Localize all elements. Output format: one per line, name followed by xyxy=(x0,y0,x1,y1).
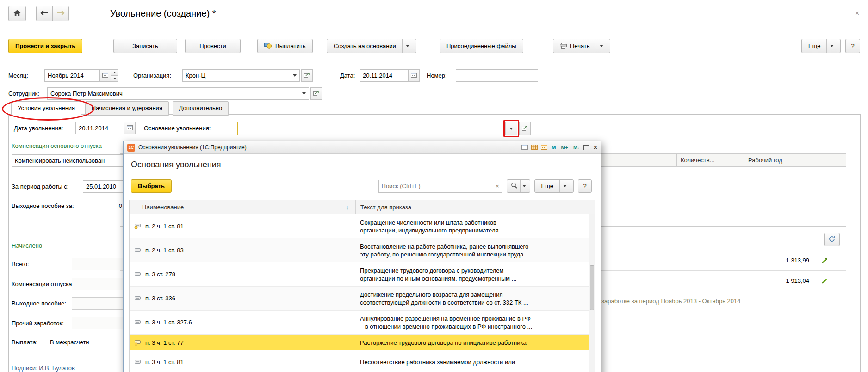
combo-arrow-icon[interactable] xyxy=(302,92,306,95)
select-button[interactable]: Выбрать xyxy=(131,179,172,193)
post-button[interactable]: Провести xyxy=(185,39,241,53)
list-row[interactable]: п. 3 ч. 1 ст. 81 Несоответствие работник… xyxy=(130,350,589,372)
print-button[interactable]: Печать xyxy=(553,39,610,53)
window-icon[interactable] xyxy=(521,144,528,151)
list-row[interactable]: п. 3 ст. 278 Прекращение трудового догов… xyxy=(130,262,589,287)
tab-accruals[interactable]: Начисления и удержания xyxy=(85,101,169,116)
attached-files-button[interactable]: Присоединенные файлы xyxy=(440,39,523,53)
modal-more-button[interactable]: Еще xyxy=(534,179,574,193)
signatures-link[interactable]: Подписи: И.В. Булатов xyxy=(12,365,75,372)
memory-mplus-button[interactable]: М+ xyxy=(560,145,569,150)
organization-input[interactable] xyxy=(182,69,300,82)
date-calendar-button[interactable] xyxy=(408,69,420,82)
forward-button[interactable] xyxy=(52,6,69,21)
severance-label: Выходное пособие за: xyxy=(12,202,74,209)
row-name: п. 3 ч. 1 ст. 81 xyxy=(145,359,355,366)
help-button[interactable]: ? xyxy=(845,39,860,53)
create-on-basis-button[interactable]: Создать на основании xyxy=(327,39,416,53)
employee-open-button[interactable] xyxy=(310,87,322,100)
total-label: Всего: xyxy=(12,261,29,268)
list-row[interactable]: п. 3 ч. 1 ст. 327.6 Аннулирование разреш… xyxy=(130,311,589,335)
vacation-comp-input[interactable] xyxy=(72,278,124,290)
payout-input[interactable] xyxy=(47,336,125,348)
employee-input[interactable] xyxy=(47,87,309,100)
search-group: × xyxy=(378,180,502,193)
refresh-button[interactable] xyxy=(824,233,840,246)
modal-title: Основания увольнения (1С:Предприятие) xyxy=(138,144,247,151)
grid-col-work-year[interactable]: Рабочий год xyxy=(744,154,846,166)
table-body: п. 2 ч. 1 ст. 81 Сокращение численности … xyxy=(130,214,589,372)
edit-pencil-icon[interactable] xyxy=(809,278,840,284)
total-input[interactable] xyxy=(72,258,124,270)
home-button[interactable] xyxy=(8,6,26,21)
dismissal-date-calendar-button[interactable] xyxy=(124,122,136,134)
list-row[interactable]: п. 2 ч. 1 ст. 81 Сокращение численности … xyxy=(130,214,589,238)
date-input[interactable] xyxy=(360,69,409,82)
row-text: Восстановление на работе работника, ране… xyxy=(355,243,589,258)
month-calendar-button[interactable] xyxy=(99,69,111,82)
organization-open-button[interactable] xyxy=(301,69,313,82)
open-icon xyxy=(522,125,528,132)
list-row-selected[interactable]: п. 3 ч. 1 ст. 77 Расторжение трудового д… xyxy=(130,335,589,350)
stepper-up-button[interactable] xyxy=(111,69,118,76)
sort-desc-icon: ↓ xyxy=(346,204,349,211)
stepper-down-button[interactable] xyxy=(111,75,118,82)
tab-additional[interactable]: Дополнительно xyxy=(173,101,229,116)
home-icon xyxy=(13,10,21,18)
modal-titlebar[interactable]: 1С Основания увольнения (1С:Предприятие)… xyxy=(124,141,601,154)
vacation-comp-label: Компенсации отпуска: xyxy=(12,281,74,287)
modal-close-icon[interactable]: × xyxy=(593,144,597,151)
number-input[interactable] xyxy=(456,69,538,82)
back-button[interactable] xyxy=(36,6,53,21)
memory-mminus-button[interactable]: М- xyxy=(572,145,580,150)
write-button[interactable]: Записать xyxy=(113,39,177,53)
vacation-compensation-input[interactable] xyxy=(12,154,127,167)
severance-pay-label: Выходное пособие: xyxy=(12,300,66,307)
dismissal-date-input[interactable] xyxy=(75,122,124,134)
memory-m-button[interactable]: М xyxy=(551,145,557,150)
window-close-icon[interactable]: × xyxy=(855,9,859,18)
search-input[interactable] xyxy=(378,180,493,193)
more-button[interactable]: Еще xyxy=(801,39,841,53)
modal-help-button[interactable]: ? xyxy=(578,179,592,193)
calendar-icon xyxy=(127,125,133,132)
column-header-name[interactable]: Наименование ↓ xyxy=(130,200,355,214)
maximize-icon[interactable] xyxy=(583,145,589,150)
reason-open-button[interactable] xyxy=(519,122,531,135)
combo-arrow-icon[interactable] xyxy=(293,74,297,77)
chevron-down-icon xyxy=(830,45,834,47)
magnifier-icon xyxy=(511,182,517,190)
reason-dropdown-button[interactable] xyxy=(505,122,517,135)
combo-arrow-icon xyxy=(509,128,513,130)
reason-input[interactable] xyxy=(238,122,505,135)
chevron-down-icon xyxy=(563,185,567,187)
severance-pay-input[interactable] xyxy=(72,297,124,310)
tab-conditions[interactable]: Условия увольнения xyxy=(11,101,81,116)
vacation-compensation-link[interactable]: Компенсация основного отпуска xyxy=(12,142,102,149)
search-button[interactable] xyxy=(507,179,530,193)
list-row[interactable]: п. 2 ч. 1 ст. 83 Восстановление на работ… xyxy=(130,238,589,262)
post-and-close-button[interactable]: Провести и закрыть xyxy=(8,39,82,53)
dismissal-date-group xyxy=(75,122,136,134)
pay-button[interactable]: Выплатить xyxy=(257,39,313,53)
calendar-grid-icon[interactable] xyxy=(541,144,547,151)
column-header-text[interactable]: Текст для приказа xyxy=(355,200,595,214)
table-icon[interactable] xyxy=(531,144,538,151)
edit-pencil-icon[interactable] xyxy=(809,257,840,264)
grid-col-quantity[interactable]: Количеств... xyxy=(676,154,744,166)
accrued-heading: Начислено xyxy=(12,242,42,249)
back-arrow-icon xyxy=(40,10,49,17)
month-stepper xyxy=(111,69,118,82)
search-clear-button[interactable]: × xyxy=(493,180,502,193)
month-input[interactable] xyxy=(44,69,100,82)
scrollbar[interactable] xyxy=(589,214,595,372)
scrollbar-thumb[interactable] xyxy=(590,265,594,310)
list-row[interactable]: п. 3 ст. 336 Достижение предельного возр… xyxy=(130,287,589,311)
other-earnings-input[interactable] xyxy=(72,317,124,329)
employee-combo[interactable] xyxy=(47,87,309,100)
page-title: Увольнение (создание) * xyxy=(110,8,216,19)
reason-combo[interactable] xyxy=(237,122,517,135)
organization-combo[interactable] xyxy=(182,69,300,82)
calendar-icon xyxy=(102,72,108,79)
month-field-group xyxy=(44,69,118,82)
